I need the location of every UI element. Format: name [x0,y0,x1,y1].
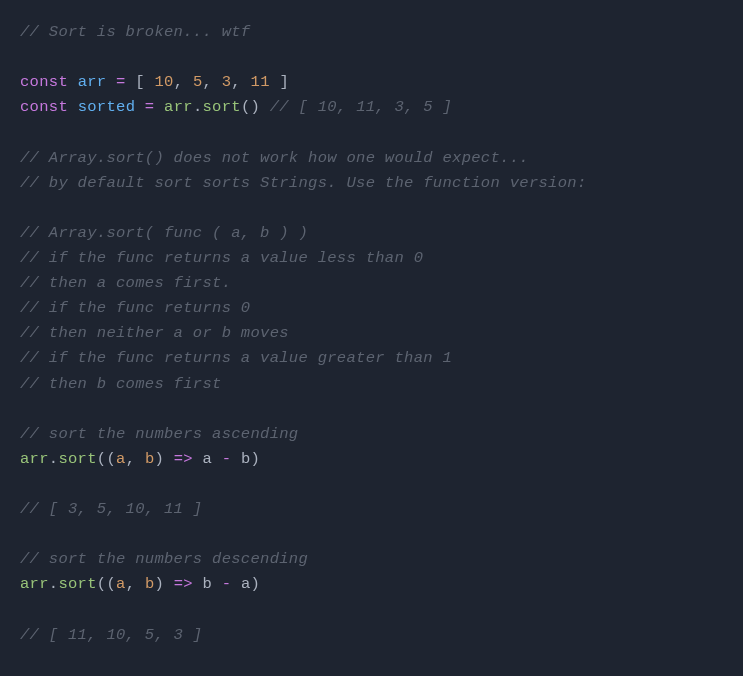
comma: , [203,73,213,91]
paren-open: ( [241,98,251,116]
comma: , [231,73,241,91]
operator-assign: = [116,73,126,91]
comment-desc-output: // [ 11, 10, 5, 3 ] [20,626,202,644]
comma: , [174,73,184,91]
identifier-arr-ref: arr [20,450,49,468]
literal-number: 10 [154,73,173,91]
comment-signature: // Array.sort( func ( a, b ) ) [20,224,308,242]
paren-open: ( [97,450,107,468]
dot: . [49,450,59,468]
paren-close: ) [251,98,261,116]
paren-close: ) [154,575,164,593]
paren-open: ( [106,450,116,468]
identifier-a: a [203,450,213,468]
comment-asc-output: // [ 3, 5, 10, 11 ] [20,500,202,518]
operator-minus: - [222,575,232,593]
method-sort: sort [58,575,96,593]
comment-rule-2: // then a comes first. [20,274,231,292]
comment-rule-4: // then neither a or b moves [20,324,289,342]
paren-open: ( [106,575,116,593]
comment-rule-1: // if the func returns a value less than… [20,249,423,267]
comment-explain-1: // Array.sort() does not work how one wo… [20,149,529,167]
method-sort: sort [202,98,240,116]
param-a: a [116,575,126,593]
comment-descending: // sort the numbers descending [20,550,308,568]
paren-close: ) [154,450,164,468]
comment-rule-3: // if the func returns 0 [20,299,250,317]
arrow-func: => [174,450,193,468]
identifier-arr-ref: arr [20,575,49,593]
comma: , [126,450,136,468]
literal-number: 11 [251,73,270,91]
identifier-b: b [241,450,251,468]
dot: . [49,575,59,593]
operator-assign: = [145,98,155,116]
paren-open: ( [97,575,107,593]
param-a: a [116,450,126,468]
identifier-arr-ref: arr [164,98,193,116]
comment-header: // Sort is broken... wtf [20,23,250,41]
literal-number: 5 [193,73,203,91]
literal-number: 3 [222,73,232,91]
arrow-func: => [174,575,193,593]
comment-result-1: // [ 10, 11, 3, 5 ] [270,98,452,116]
operator-minus: - [222,450,232,468]
bracket-open: [ [135,73,145,91]
method-sort: sort [58,450,96,468]
paren-close: ) [251,450,261,468]
keyword-const: const [20,98,68,116]
comment-ascending: // sort the numbers ascending [20,425,298,443]
comment-rule-5: // if the func returns a value greater t… [20,349,452,367]
identifier-arr: arr [78,73,107,91]
bracket-close: ] [279,73,289,91]
code-block: // Sort is broken... wtf const arr = [ 1… [20,20,723,648]
identifier-a: a [241,575,251,593]
comma: , [126,575,136,593]
identifier-sorted: sorted [78,98,136,116]
paren-close: ) [251,575,261,593]
comment-explain-2: // by default sort sorts Strings. Use th… [20,174,587,192]
keyword-const: const [20,73,68,91]
comment-rule-6: // then b comes first [20,375,222,393]
identifier-b: b [203,575,213,593]
